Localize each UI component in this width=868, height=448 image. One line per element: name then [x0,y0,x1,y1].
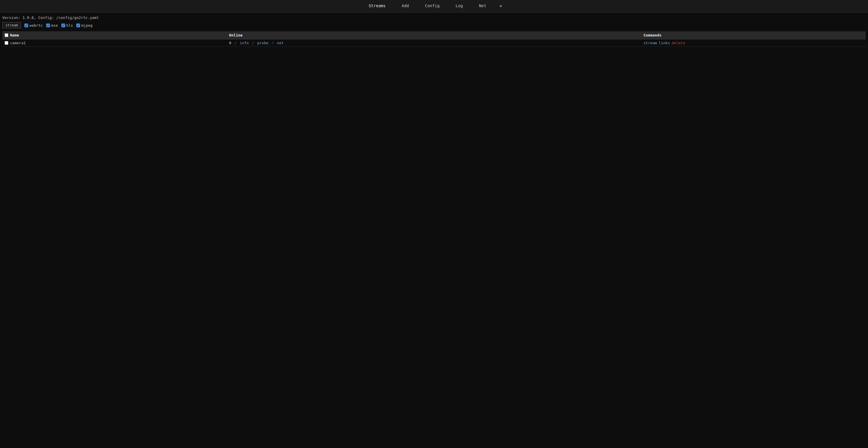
filter-bar: stream webrtc mse hls mjpeg [2,22,866,28]
col-online: Online [227,31,641,39]
link-info[interactable]: info [240,41,249,45]
filter-hls-checkbox[interactable] [61,24,65,27]
filter-mjpeg-text: mjpeg [81,23,92,28]
table-body: camera1 0 / info / probe / netstream lin… [2,39,866,47]
filter-mjpeg-label[interactable]: mjpeg [76,23,92,28]
version-info: Version: 1.9.8, Config: /config/go2rtc.y… [2,16,866,20]
main-nav: Streams Add Config Log Net ☀ [0,0,868,12]
nav-net[interactable]: Net [471,0,494,12]
theme-toggle[interactable]: ☀ [494,0,507,12]
filter-hls-text: hls [66,23,73,28]
online-cell: 0 / info / probe / net [227,39,641,47]
filter-webrtc-label[interactable]: webrtc [24,23,43,28]
row-checkbox[interactable] [5,41,8,45]
nav-streams[interactable]: Streams [361,0,394,12]
nav-add[interactable]: Add [394,0,417,12]
nav-config[interactable]: Config [417,0,448,12]
name-cell: camera1 [2,39,227,47]
filter-mse-label[interactable]: mse [46,23,58,28]
separator: / [272,41,274,45]
cmd-links[interactable]: links [659,41,670,45]
filter-hls-label[interactable]: hls [61,23,73,28]
page-content: Version: 1.9.8, Config: /config/go2rtc.y… [0,12,868,50]
cmd-stream[interactable]: stream [644,41,657,45]
commands-cell: stream links delete [641,39,866,47]
separator: / [235,41,237,45]
streams-table: Name Online Commands camera1 0 / info / … [2,31,866,47]
filter-mse-checkbox[interactable] [46,24,50,27]
select-all-checkbox[interactable] [5,33,8,37]
link-probe[interactable]: probe [257,41,268,45]
table-row: camera1 0 / info / probe / netstream lin… [2,39,866,47]
col-commands: Commands [641,31,866,39]
stream-button[interactable]: stream [2,22,21,28]
filter-mjpeg-checkbox[interactable] [76,24,80,27]
cmd-delete[interactable]: delete [672,41,685,45]
stream-name: camera1 [10,41,26,45]
separator: / [252,41,254,45]
table-header: Name Online Commands [2,31,866,39]
col-name: Name [2,31,227,39]
filter-webrtc-checkbox[interactable] [24,24,28,27]
filter-mse-text: mse [51,23,58,28]
link-net[interactable]: net [277,41,284,45]
filter-webrtc-text: webrtc [29,23,43,28]
nav-log[interactable]: Log [447,0,471,12]
